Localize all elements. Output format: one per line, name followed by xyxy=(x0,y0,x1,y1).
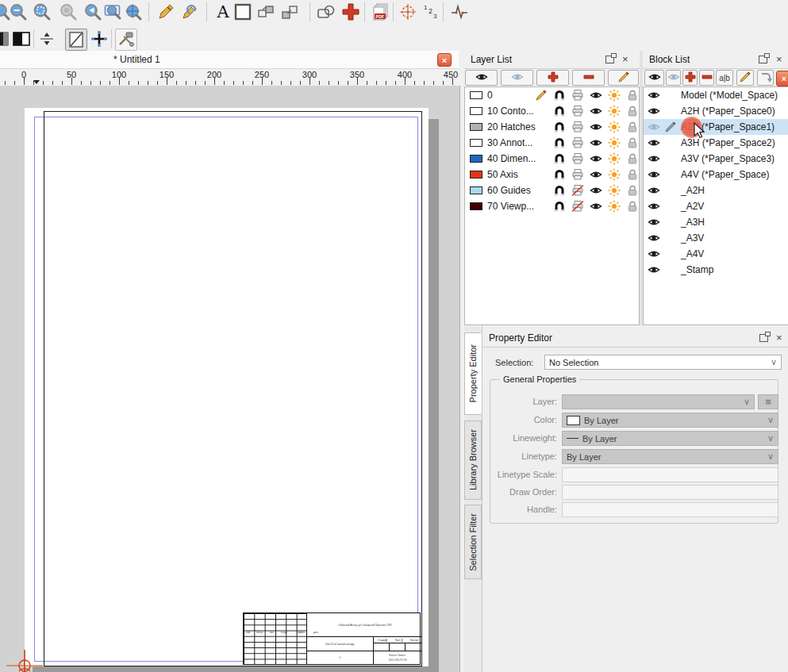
block-row-8[interactable]: _A3H xyxy=(644,214,788,230)
block-name[interactable]: _A3H xyxy=(681,217,705,228)
block-row-3[interactable]: A3H (*Paper_Space2) xyxy=(644,135,788,151)
visibility-eye-icon[interactable] xyxy=(648,263,660,276)
crosshair-tool-icon[interactable] xyxy=(89,29,110,49)
visibility-eye-icon[interactable] xyxy=(648,200,660,213)
block-show-all-button[interactable] xyxy=(644,70,664,86)
brightness-sun-icon[interactable] xyxy=(608,89,621,102)
block-row-4[interactable]: A3V (*Paper_Space3) xyxy=(644,151,788,167)
layer-show-all-button[interactable] xyxy=(465,70,498,86)
visibility-eye-icon[interactable] xyxy=(648,89,660,102)
brightness-sun-icon[interactable] xyxy=(608,105,621,117)
visibility-eye-icon-off[interactable] xyxy=(648,121,660,133)
visibility-eye-icon[interactable] xyxy=(590,152,602,165)
block-remove-button[interactable] xyxy=(699,70,714,86)
no-print-icon[interactable] xyxy=(571,184,584,197)
selection-dropdown[interactable]: No Selection ∨ xyxy=(544,355,782,370)
brightness-sun-icon[interactable] xyxy=(608,168,621,181)
print-icon[interactable] xyxy=(571,136,584,149)
restrict-tool-icon[interactable] xyxy=(37,29,57,49)
snap-magnet-icon[interactable] xyxy=(553,168,566,181)
snap-magnet-icon[interactable] xyxy=(553,184,566,197)
snap-magnet-icon[interactable] xyxy=(553,152,566,165)
block-row-6[interactable]: _A2H xyxy=(644,182,788,198)
lock-icon[interactable] xyxy=(626,152,639,165)
lock-icon[interactable] xyxy=(626,121,639,133)
layer-dropdown-disabled[interactable]: ∨ xyxy=(562,394,755,409)
snap-magnet-icon[interactable] xyxy=(553,105,566,117)
block-name[interactable]: A4V (*Paper_Space) xyxy=(681,169,769,180)
panel-close-icon[interactable]: × xyxy=(776,53,782,65)
layer-name[interactable]: 20 Hatches xyxy=(487,121,536,132)
block-name[interactable]: Model (*Model_Space) xyxy=(681,90,778,101)
print-icon[interactable] xyxy=(571,105,584,117)
layer-color-swatch[interactable] xyxy=(470,155,482,163)
layer-row-4[interactable]: 40 Dimen... xyxy=(465,151,639,167)
draw-order-input[interactable] xyxy=(562,485,778,500)
visibility-eye-icon[interactable] xyxy=(648,105,660,117)
block-rename-button[interactable]: a|b xyxy=(716,70,733,86)
tab-property-editor[interactable]: Property Editor xyxy=(464,332,482,415)
layer-row-3[interactable]: 30 Annot... xyxy=(465,135,639,151)
block-row-1[interactable]: A2H (*Paper_Space0) xyxy=(644,103,788,119)
layer-color-swatch[interactable] xyxy=(470,186,482,194)
print-icon[interactable] xyxy=(571,89,584,102)
swatch-cut-icon[interactable] xyxy=(0,29,11,49)
print-icon[interactable] xyxy=(571,168,584,181)
drawing-canvas[interactable]: Изм Кол.уч Лист № док Подпись Дата н Южн… xyxy=(0,86,460,672)
visibility-eye-icon[interactable] xyxy=(590,121,602,133)
block-name[interactable]: _A2V xyxy=(681,201,704,212)
block-row-7[interactable]: _A2V xyxy=(644,198,788,214)
tab-selection-filter[interactable]: Selection Filter xyxy=(464,505,482,579)
layer-name[interactable]: 60 Guides xyxy=(487,185,531,196)
layer-name[interactable]: 40 Dimen... xyxy=(487,153,536,164)
lineweight-dropdown-disabled[interactable]: By Layer ∨ xyxy=(562,431,778,446)
layer-name[interactable]: 50 Axis xyxy=(487,169,518,180)
lock-icon[interactable] xyxy=(626,200,639,213)
visibility-eye-icon[interactable] xyxy=(648,168,660,181)
layer-color-swatch[interactable] xyxy=(470,171,482,179)
block-name[interactable]: _A4V xyxy=(681,248,704,259)
panel-float-icon[interactable] xyxy=(605,56,614,63)
linetype-scale-input[interactable] xyxy=(562,467,778,482)
block-row-5[interactable]: A4V (*Paper_Space) xyxy=(644,167,788,182)
block-insert-icon[interactable] xyxy=(757,70,774,86)
layer-color-swatch[interactable] xyxy=(470,202,482,210)
layer-row-5[interactable]: 50 Axis xyxy=(465,167,639,182)
layer-row-2[interactable]: 20 Hatches xyxy=(465,119,639,135)
visibility-eye-icon[interactable] xyxy=(648,248,660,260)
no-print-icon[interactable] xyxy=(571,200,584,213)
brightness-sun-icon[interactable] xyxy=(608,184,621,197)
brightness-sun-icon[interactable] xyxy=(608,152,621,165)
visibility-eye-icon[interactable] xyxy=(648,232,660,244)
layer-color-swatch[interactable] xyxy=(470,91,482,99)
block-edit-button[interactable] xyxy=(736,70,754,86)
block-row-11[interactable]: _Stamp xyxy=(644,262,788,278)
block-name[interactable]: A2H (*Paper_Space0) xyxy=(681,106,775,117)
visibility-eye-icon[interactable] xyxy=(590,200,602,213)
block-row-9[interactable]: _A3V xyxy=(644,230,788,246)
layer-name[interactable]: 30 Annot... xyxy=(487,137,532,148)
snap-magnet-icon[interactable] xyxy=(553,121,566,133)
layer-remove-button[interactable] xyxy=(572,70,605,86)
layer-edit-button[interactable] xyxy=(608,70,639,86)
visibility-eye-icon[interactable] xyxy=(648,184,660,197)
lock-icon[interactable] xyxy=(626,105,639,117)
block-name[interactable]: _Stamp xyxy=(681,264,713,275)
dev-tools-icon[interactable] xyxy=(115,29,137,51)
layer-row-6[interactable]: 60 Guides xyxy=(465,182,639,198)
brightness-sun-icon[interactable] xyxy=(608,136,621,149)
layer-row-0[interactable]: 0 xyxy=(465,87,639,103)
visibility-eye-icon[interactable] xyxy=(590,184,602,197)
block-name[interactable]: _A2H xyxy=(681,185,705,196)
visibility-eye-icon[interactable] xyxy=(590,89,602,102)
layer-add-button[interactable] xyxy=(536,70,569,86)
block-add-button[interactable] xyxy=(682,70,698,86)
layer-menu-button[interactable]: ≡ xyxy=(758,394,778,409)
handle-input[interactable] xyxy=(562,502,778,517)
layer-row-1[interactable]: 10 Conto... xyxy=(465,103,639,119)
layer-color-swatch[interactable] xyxy=(470,123,482,131)
layer-color-swatch[interactable] xyxy=(470,107,482,115)
tab-library-browser[interactable]: Library Browser xyxy=(464,420,482,500)
color-dropdown-disabled[interactable]: By Layer ∨ xyxy=(562,413,778,428)
block-name[interactable]: _A3V xyxy=(681,232,704,244)
